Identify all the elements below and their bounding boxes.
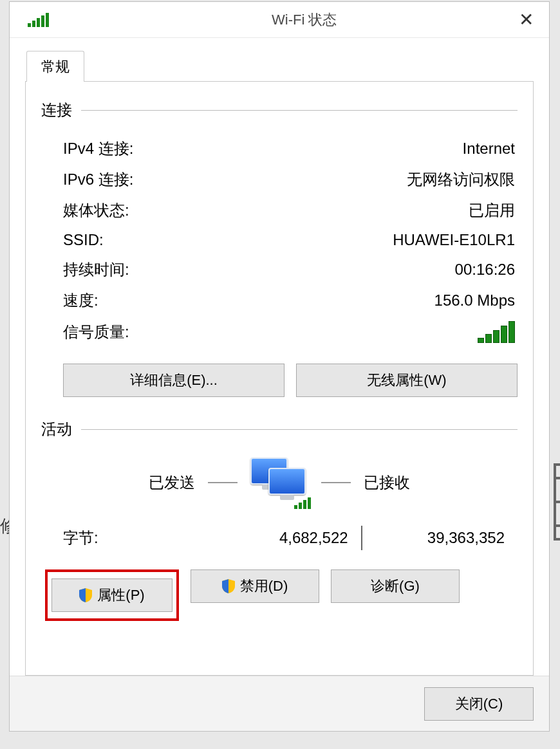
tab-general[interactable]: 常规 — [26, 51, 84, 82]
ssid-label: SSID: — [63, 231, 104, 249]
wifi-signal-icon — [28, 13, 265, 27]
highlight-box: 属性(P) — [45, 569, 179, 621]
tab-strip: 常规 — [25, 51, 534, 82]
background-fragment — [554, 463, 560, 541]
wifi-status-dialog: Wi-Fi 状态 ✕ 常规 连接 IPv4 连接: Internet IPv6 … — [9, 1, 550, 732]
row-speed: 速度: 156.0 Mbps — [41, 285, 518, 316]
background-fragment: 修 — [0, 515, 9, 537]
speed-label: 速度: — [63, 290, 98, 311]
row-ipv6: IPv6 连接: 无网络访问权限 — [41, 164, 518, 195]
wireless-properties-button[interactable]: 无线属性(W) — [296, 364, 518, 397]
close-icon[interactable]: ✕ — [509, 9, 543, 30]
close-button[interactable]: 关闭(C) — [424, 687, 534, 721]
properties-button[interactable]: 属性(P) — [51, 578, 173, 612]
connection-heading-label: 连接 — [41, 100, 72, 120]
sent-label: 已发送 — [149, 472, 195, 493]
signal-label: 信号质量: — [63, 322, 129, 342]
connection-group-heading: 连接 — [41, 100, 518, 120]
details-button[interactable]: 详细信息(E)... — [63, 364, 285, 397]
received-label: 已接收 — [364, 472, 410, 493]
ipv6-label: IPv6 连接: — [63, 169, 133, 190]
duration-value: 00:16:26 — [455, 261, 515, 279]
bytes-sent-value: 4,682,522 — [212, 529, 360, 547]
activity-buttons: 属性(P) 禁用(D) 诊断(G) — [45, 569, 518, 621]
network-computers-icon — [250, 458, 308, 508]
bytes-row: 字节: 4,682,522 39,363,352 — [41, 508, 518, 550]
window-title: Wi-Fi 状态 — [272, 10, 509, 30]
shield-icon — [79, 588, 92, 602]
ssid-value: HUAWEI-E10LR1 — [393, 231, 515, 249]
row-ipv4: IPv4 连接: Internet — [41, 133, 518, 164]
titlebar: Wi-Fi 状态 ✕ — [10, 2, 549, 38]
activity-heading-label: 活动 — [41, 419, 72, 439]
ipv6-value: 无网络访问权限 — [407, 169, 515, 190]
bytes-received-value: 39,363,352 — [362, 529, 511, 547]
properties-button-label: 属性(P) — [97, 586, 144, 605]
wifi-signal-icon — [294, 497, 311, 509]
row-ssid: SSID: HUAWEI-E10LR1 — [41, 226, 518, 254]
connection-buttons: 详细信息(E)... 无线属性(W) — [63, 364, 518, 397]
diagnose-button[interactable]: 诊断(G) — [331, 569, 460, 603]
signal-strength-icon — [478, 321, 515, 343]
media-value: 已启用 — [469, 200, 515, 221]
dash-line — [208, 482, 238, 483]
dialog-footer: 关闭(C) — [10, 676, 549, 731]
row-duration: 持续时间: 00:16:26 — [41, 254, 518, 285]
ipv4-value: Internet — [463, 140, 515, 158]
row-media: 媒体状态: 已启用 — [41, 195, 518, 226]
shield-icon — [222, 579, 235, 593]
ipv4-label: IPv4 连接: — [63, 138, 133, 159]
speed-value: 156.0 Mbps — [434, 291, 515, 310]
disable-button-label: 禁用(D) — [240, 577, 288, 596]
diagnose-button-label: 诊断(G) — [371, 577, 420, 596]
activity-visual: 已发送 已接收 — [41, 458, 518, 508]
activity-group-heading: 活动 — [41, 419, 518, 439]
dash-line — [321, 482, 351, 483]
row-signal: 信号质量: — [41, 316, 518, 348]
bytes-label: 字节: — [63, 528, 212, 548]
media-label: 媒体状态: — [63, 200, 129, 221]
disable-button[interactable]: 禁用(D) — [191, 569, 319, 603]
general-panel: 连接 IPv4 连接: Internet IPv6 连接: 无网络访问权限 媒体… — [25, 82, 534, 676]
client-area: 常规 连接 IPv4 连接: Internet IPv6 连接: 无网络访问权限… — [10, 38, 549, 676]
duration-label: 持续时间: — [63, 259, 129, 280]
